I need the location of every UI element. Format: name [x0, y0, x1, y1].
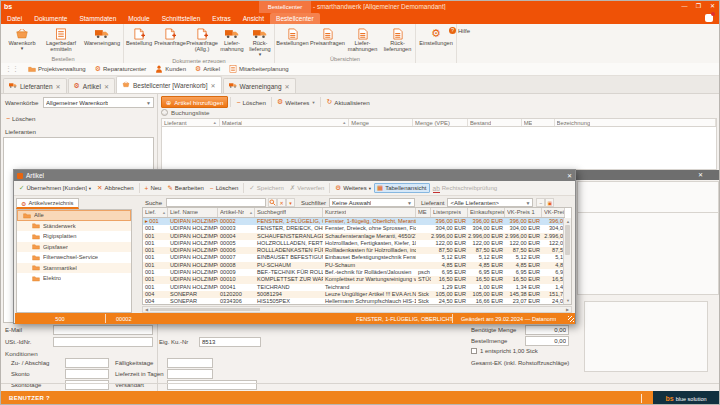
clear-search-icon[interactable]: ✕	[277, 198, 286, 207]
article-column-lief-[interactable]: Lief.▲	[143, 208, 168, 217]
dialog-button-rechtschreibprüfung[interactable]: abRechtschreibprüfung	[430, 184, 501, 193]
ribbon-button-liefer--mahnungen[interactable]: Liefer- mahnungen	[345, 26, 380, 53]
booking-column-menge-vpe-[interactable]: Menge (VPE)	[413, 119, 468, 126]
dialog-button-speichern[interactable]: ✓Speichern	[246, 183, 286, 193]
close-tab-icon[interactable]: ✕	[210, 82, 215, 89]
tree-item-filterwechsel-service[interactable]: Filterwechsel-Service	[17, 252, 131, 263]
dialog-button-bearbeiten[interactable]: ✎Bearbeiten	[164, 183, 206, 193]
tree-item-stammartikel[interactable]: Stammartikel	[17, 263, 131, 274]
article-row-0120200[interactable]: 004SONEPAR012020050081294Leuze Ungültige…	[143, 291, 565, 298]
scrollbar-thumb[interactable]	[150, 308, 260, 311]
due-days-field[interactable]	[167, 358, 213, 368]
help-button[interactable]: ? Hilfe	[449, 27, 470, 34]
ribbon-tab-datei[interactable]: Datei	[1, 13, 28, 24]
article-row-00005[interactable]: 001UDIPAN HOLZIMPOR00005HOLZROLLLADEN, F…	[143, 240, 565, 247]
shipping-method-field[interactable]	[167, 380, 257, 390]
booking-column-bezeichnung[interactable]: Bezeichnung	[555, 119, 716, 126]
booking-column-menge[interactable]: Menge	[349, 119, 413, 126]
ribbon-button-bestellung[interactable]: Bestellung	[124, 26, 154, 47]
dialog-button-übernehmen-kunden-[interactable]: ✓Übernehmen [Kunden]▾	[16, 183, 94, 193]
doc-tab-artikel[interactable]: ⚙Artikel✕	[68, 78, 115, 93]
discount-field[interactable]	[65, 369, 109, 379]
ribbon-button-preisanfragen[interactable]: Preisanfragen	[310, 26, 345, 47]
scroll-up-icon[interactable]: ▲	[564, 218, 572, 225]
article-row-00041[interactable]: 001UDIPAN HOLZIMPOR00041TEICHRANDTeichra…	[143, 284, 565, 291]
context-ribbon-tab[interactable]: Bestellcenter	[259, 1, 311, 13]
ribbon-button-liefer--mahnung[interactable]: Liefer- mahnung	[218, 26, 246, 53]
scrollbar-thumb[interactable]	[565, 225, 570, 255]
unit-checkbox[interactable]	[471, 348, 477, 354]
ribbon-tab-dokumente[interactable]: Dokumente	[28, 13, 73, 24]
horizontal-scrollbar[interactable]: ◀ ▶	[142, 306, 572, 313]
search-filter-select[interactable]: Keine Auswahl ▼	[329, 198, 415, 207]
close-icon[interactable]: ✕	[567, 172, 572, 179]
article-row-0334306[interactable]: 004SONEPAR0334306HIS1505PEXHellermann Sc…	[143, 298, 565, 305]
more-button[interactable]: ⚙ Weiteres ▼	[274, 96, 319, 108]
ribbon-button-bestellungen[interactable]: Bestellungen	[275, 26, 310, 47]
dialog-button-verwerfen[interactable]: ✗Verwerfen	[287, 183, 327, 193]
scroll-left-icon[interactable]: ◀	[143, 307, 150, 312]
article-row-00010[interactable]: 001UDIPAN HOLZIMPOR00010KOMPLETTSET ZUR …	[143, 276, 565, 283]
notification-icon[interactable]	[705, 14, 713, 22]
ribbon-button-rück--lieferungen[interactable]: Rück- lieferungen	[380, 26, 415, 53]
article-column-artikel-nr[interactable]: Artikel-Nr▲	[218, 208, 255, 217]
article-column-einkaufspreis[interactable]: Einkaufspreis	[468, 208, 505, 217]
close-tab-icon[interactable]: ✕	[285, 83, 290, 90]
dialog-button-neu[interactable]: +Neu	[142, 184, 165, 193]
ribbon-button-warenkorb[interactable]: Warenkorb▾	[3, 26, 41, 51]
close-tab-icon[interactable]: ✕	[104, 83, 109, 90]
discount-days-field[interactable]	[65, 380, 109, 390]
delete-entry-button[interactable]: − Löschen	[233, 96, 269, 108]
search-input[interactable]	[166, 198, 266, 207]
article-row-00007[interactable]: 001UDIPAN HOLZIMPOR00007EINBAUSET BEFEST…	[143, 254, 565, 261]
doc-tab-bestellcenter-warenkorb-[interactable]: Bestellcenter [Warenkorb]✕	[116, 76, 222, 93]
collapse-panel-icon[interactable]: −	[536, 198, 545, 207]
basket-select[interactable]: Allgemeiner Warenkorb ▼	[43, 97, 154, 108]
article-row-00009[interactable]: 001UDIPAN HOLZIMPOR00009BEF.-TECHNIK FÜR…	[143, 269, 565, 276]
doc-tab-wareneingang[interactable]: Wareneingang✕	[223, 78, 296, 93]
article-row-00003[interactable]: 001UDIPAN HOLZIMPOR00003FENSTER, DREIECK…	[143, 225, 565, 232]
article-column-me[interactable]: ME	[416, 208, 431, 217]
supplier-filter-select[interactable]: <Alle Lieferanten> ▼	[447, 198, 533, 207]
booking-column-bestand[interactable]: Bestand	[468, 119, 522, 126]
dialog-button-weiteres[interactable]: ⚙Weiteres▾	[332, 183, 374, 193]
ribbon-tab-schnittstellen[interactable]: Schnittstellen	[156, 13, 207, 24]
ribbon-button-preisanfrage[interactable]: Preisanfrage	[154, 26, 186, 47]
quickbar-item-reparaturcenter[interactable]: ⚙Reparaturcenter	[95, 65, 147, 73]
search-icon[interactable]	[268, 198, 277, 207]
needed-quantity-field[interactable]	[525, 325, 569, 335]
ribbon-tab-stammdaten[interactable]: Stammdaten	[73, 13, 122, 24]
tree-item-ständerwerk[interactable]: Ständerwerk	[17, 221, 131, 232]
dialog-button-abbrechen[interactable]: ✕Abbrechen	[94, 183, 136, 193]
dialog-button-tabellenansicht[interactable]: ▦Tabellenansicht	[374, 183, 430, 193]
close-icon[interactable]: ✕	[698, 171, 703, 179]
refresh-button[interactable]: ↻ Aktualisieren	[323, 96, 372, 108]
close-button[interactable]: ✕	[706, 2, 719, 11]
booking-column-lieferant[interactable]: Lieferant▲	[162, 119, 220, 126]
vertical-scrollbar[interactable]: ▲ ▼	[563, 218, 571, 304]
article-row-00004[interactable]: 001UDIPAN HOLZIMPOR00004SCHAUFENSTERANLA…	[143, 233, 565, 240]
maximize-button[interactable]: ❐	[692, 2, 705, 11]
ribbon-tab-extras[interactable]: Extras	[206, 13, 236, 24]
quickbar-item-projektverwaltung[interactable]: Projektverwaltung	[28, 65, 86, 74]
surcharge-field[interactable]	[65, 358, 109, 368]
add-article-button[interactable]: ⊕ Artikel hinzufügen	[161, 96, 228, 108]
article-column-vk-preis-1[interactable]: VK-Preis 1	[505, 208, 542, 217]
tree-item-elektro[interactable]: Elektro	[17, 273, 131, 284]
article-row-00008[interactable]: 001UDIPAN HOLZIMPOR00008PU-SCHAUMPU-Scha…	[143, 262, 565, 269]
resize-grip[interactable]	[568, 316, 574, 322]
tab-article-directory[interactable]: ⚙ Artikelverzeichnis	[16, 198, 79, 209]
quickbar-item-kunden[interactable]: Kunden	[155, 65, 186, 74]
tree-item-alle[interactable]: Alle	[17, 210, 131, 221]
order-quantity-field[interactable]	[525, 336, 569, 346]
delete-basket-button[interactable]: − Löschen	[3, 112, 39, 124]
ribbon-button-rück--lieferung[interactable]: Rück- lieferung▾	[246, 26, 274, 57]
advanced-search-icon[interactable]: ▾	[286, 198, 295, 207]
ustid-field[interactable]	[53, 337, 153, 347]
dialog-title-bar[interactable]: Artikel ✕	[14, 170, 575, 181]
dialog-button-löschen[interactable]: −Löschen	[207, 184, 241, 193]
ribbon-button-preisanfrage-allg[interactable]: Preisanfrage (Allg.)	[186, 26, 218, 53]
booking-section-header[interactable]: ⌵ Buchungsliste	[161, 109, 210, 116]
quickbar-item-artikel[interactable]: ⚙Artikel	[195, 65, 220, 73]
layout-icon[interactable]: ▣	[545, 198, 554, 207]
